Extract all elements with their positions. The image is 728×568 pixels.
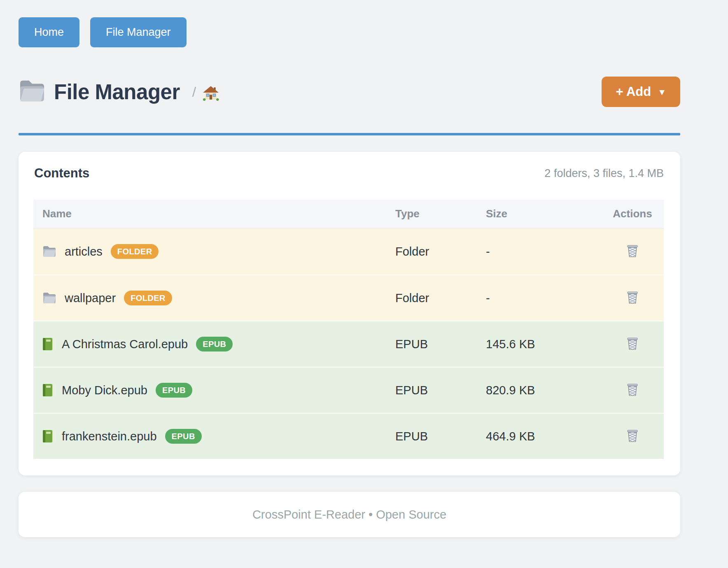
contents-summary: 2 folders, 3 files, 1.4 MB [544,167,664,180]
file-link[interactable]: Moby Dick.epub EPUB [42,383,395,398]
file-size: 820.9 KB [486,384,601,397]
file-name: wallpaper [65,291,116,305]
column-header-type: Type [395,207,486,220]
home-icon[interactable] [203,85,219,102]
add-button-label: + Add [616,84,651,99]
column-header-actions: Actions [601,207,664,220]
file-size: - [486,245,601,258]
file-name: frankenstein.epub [62,430,157,443]
breadcrumb: File Manager / [19,79,219,105]
contents-card: Contents 2 folders, 3 files, 1.4 MB Name… [19,152,680,475]
book-icon [42,338,54,351]
table-row: A Christmas Carol.epub EPUB EPUB 145.6 K… [33,321,664,367]
folder-icon [42,292,56,304]
add-button[interactable]: + Add ▼ [602,77,680,107]
book-icon [42,430,54,443]
delete-button[interactable] [624,381,641,400]
type-badge: EPUB [196,337,233,352]
card-header: Contents 2 folders, 3 files, 1.4 MB [33,166,664,181]
delete-button[interactable] [624,242,641,261]
title-row: File Manager / + Add ▼ [19,74,680,109]
file-type: EPUB [395,338,486,351]
footer-text: CrossPoint E-Reader • Open Source [252,508,446,521]
book-icon [42,384,54,397]
file-type: EPUB [395,384,486,397]
file-name: Moby Dick.epub [62,384,147,397]
type-badge: FOLDER [124,291,172,305]
file-link[interactable]: wallpaper FOLDER [42,291,395,305]
file-link[interactable]: articles FOLDER [42,244,395,259]
trash-icon [625,244,639,259]
trash-icon [625,383,639,398]
file-type: Folder [395,291,486,305]
breadcrumb-separator: / [192,84,196,100]
trash-icon [625,291,639,306]
caret-down-icon: ▼ [658,87,666,97]
type-badge: EPUB [165,429,202,444]
trash-icon [625,429,639,444]
file-name: A Christmas Carol.epub [62,338,188,351]
file-size: 464.9 KB [486,430,601,443]
footer: CrossPoint E-Reader • Open Source [19,492,680,537]
file-link[interactable]: frankenstein.epub EPUB [42,429,395,444]
file-name: articles [65,245,103,258]
title-divider [19,133,680,135]
contents-heading: Contents [34,166,89,181]
type-badge: EPUB [156,383,192,398]
column-header-name: Name [33,207,395,220]
delete-button[interactable] [624,289,641,307]
file-table: Name Type Size Actions articles [33,200,664,459]
column-header-size: Size [486,207,601,220]
folder-icon [42,245,56,258]
type-badge: FOLDER [111,244,159,259]
top-nav: Home File Manager [19,17,680,47]
table-row: Moby Dick.epub EPUB EPUB 820.9 KB [33,367,664,413]
page-title: File Manager [54,80,180,104]
delete-button[interactable] [624,427,641,446]
delete-button[interactable] [624,335,641,354]
table-row: wallpaper FOLDER Folder - [33,275,664,321]
file-type: EPUB [395,430,486,443]
folder-icon [19,79,46,105]
file-size: 145.6 KB [486,338,601,351]
table-header-row: Name Type Size Actions [33,200,664,228]
trash-icon [625,337,639,352]
table-row: articles FOLDER Folder - [33,228,664,275]
page: Home File Manager File Manager / [19,17,680,537]
file-size: - [486,291,601,305]
nav-home-button[interactable]: Home [19,17,79,47]
file-type: Folder [395,245,486,258]
file-link[interactable]: A Christmas Carol.epub EPUB [42,337,395,352]
table-row: frankenstein.epub EPUB EPUB 464.9 KB [33,413,664,459]
nav-file-manager-button[interactable]: File Manager [90,17,187,47]
